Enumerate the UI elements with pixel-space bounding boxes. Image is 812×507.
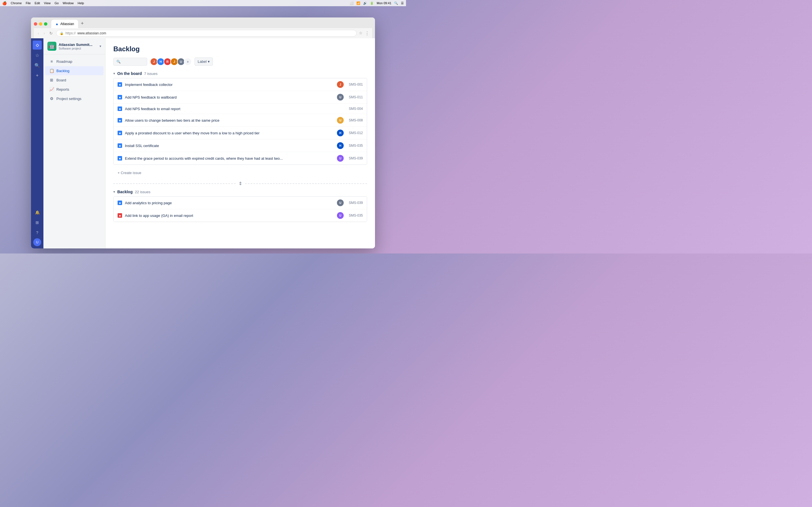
issue-assignee: J bbox=[337, 81, 344, 88]
atlassian-home-icon[interactable]: ◇ bbox=[33, 41, 42, 50]
url-bar[interactable]: 🔒 https:// www.atlassian.com bbox=[56, 30, 357, 37]
app-layout: ◇ ☆ 🔍 + 🔔 ⊞ ? U 🤖 Atlassian Summit... So… bbox=[31, 38, 375, 248]
issue-right: U SMS-039 bbox=[337, 155, 363, 162]
nav-label-reports: Reports bbox=[56, 87, 69, 92]
table-row[interactable]: ■ Allow users to change between two tier… bbox=[114, 114, 367, 127]
starred-icon[interactable]: ☆ bbox=[33, 51, 42, 60]
table-row[interactable]: ■ Implement feedback collector J SMS-001 bbox=[114, 78, 367, 91]
issue-assignee: U bbox=[337, 200, 344, 206]
menu-go[interactable]: Go bbox=[54, 1, 59, 5]
table-row[interactable]: ■ Add analytics to pricing page U SMS-03… bbox=[114, 196, 367, 209]
table-row[interactable]: ■ Apply a prorated discount to a user wh… bbox=[114, 127, 367, 139]
new-tab-button[interactable]: + bbox=[79, 20, 86, 26]
issue-id: SMS-001 bbox=[346, 82, 363, 87]
volume-icon: 🔊 bbox=[363, 1, 367, 5]
on-the-board-chevron-icon: ▾ bbox=[113, 71, 115, 75]
search-box-icon: 🔍 bbox=[116, 60, 121, 64]
table-row[interactable]: ■ Install SSL certificate H SMS-035 bbox=[114, 139, 367, 152]
apps-icon[interactable]: ⊞ bbox=[33, 218, 42, 227]
backlog-issues-list: ■ Add analytics to pricing page U SMS-03… bbox=[113, 196, 367, 222]
issue-title: Implement feedback collector bbox=[125, 82, 334, 87]
menu-help[interactable]: Help bbox=[78, 1, 84, 5]
label-filter-button[interactable]: Label ▾ bbox=[195, 57, 213, 66]
menu-edit[interactable]: Edit bbox=[35, 1, 40, 5]
tab-bar: ▲ Atlassian + bbox=[34, 20, 372, 28]
issue-id: SMS-012 bbox=[346, 131, 363, 135]
project-name: Atlassian Summit... bbox=[59, 43, 93, 47]
table-row[interactable]: ■ Extend the grace period to accounts wi… bbox=[114, 152, 367, 165]
project-nav: ≡ Roadmap 📋 Backlog ⊞ Board 📈 Reports ⚙ bbox=[43, 54, 105, 106]
screen-icon: ⬜ bbox=[350, 1, 354, 5]
issue-type-icon: ■ bbox=[117, 156, 122, 161]
issue-title: Apply a prorated discount to a user when… bbox=[125, 131, 334, 135]
search-box[interactable]: 🔍 bbox=[113, 58, 147, 66]
issue-type-icon: ■ bbox=[117, 82, 122, 87]
more-options-icon[interactable]: ⋮ bbox=[365, 31, 369, 36]
nav-item-reports[interactable]: 📈 Reports bbox=[45, 85, 103, 94]
issue-assignee: H bbox=[337, 142, 344, 149]
table-row[interactable]: ■ Add NPS feedback to email report SMS-0… bbox=[114, 104, 367, 114]
close-button[interactable] bbox=[34, 22, 37, 25]
issue-title: Extend the grace period to accounts with… bbox=[125, 156, 334, 161]
back-button[interactable]: ‹ bbox=[37, 31, 40, 36]
tab-favicon: ▲ bbox=[55, 22, 59, 26]
maximize-button[interactable] bbox=[44, 22, 47, 25]
roadmap-icon: ≡ bbox=[49, 59, 54, 64]
address-bar: ‹ › ↻ 🔒 https:// www.atlassian.com ☆ ⋮ bbox=[34, 28, 372, 38]
issue-type-icon: ■ bbox=[117, 213, 122, 218]
create-issue-label: + Create issue bbox=[117, 171, 141, 175]
label-filter-text: Label bbox=[198, 59, 207, 64]
table-row[interactable]: ■ Add NPS feedback to wallboard U SMS-01… bbox=[114, 91, 367, 104]
backlog-title: Backlog bbox=[117, 189, 133, 194]
divider-drag-icon[interactable]: ⇕ bbox=[239, 181, 242, 186]
menu-chrome[interactable]: Chrome bbox=[11, 1, 22, 5]
menu-view[interactable]: View bbox=[44, 1, 51, 5]
issue-title: Add NPS feedback to email report bbox=[125, 107, 343, 111]
url-domain: www.atlassian.com bbox=[77, 31, 106, 35]
create-issue-row[interactable]: + Create issue bbox=[113, 168, 367, 177]
nav-item-board[interactable]: ⊞ Board bbox=[45, 75, 103, 84]
list-icon[interactable]: ☰ bbox=[401, 1, 404, 5]
on-the-board-header[interactable]: ▾ On the board 7 issues bbox=[113, 71, 367, 76]
address-bar-actions: ☆ ⋮ bbox=[359, 31, 369, 36]
project-header[interactable]: 🤖 Atlassian Summit... Software project ▾ bbox=[43, 38, 105, 54]
browser-tab[interactable]: ▲ Atlassian bbox=[51, 20, 78, 28]
issue-type-icon: ■ bbox=[117, 95, 122, 100]
apple-menu[interactable]: 🍎 bbox=[2, 1, 7, 5]
nav-item-roadmap[interactable]: ≡ Roadmap bbox=[45, 57, 103, 66]
help-icon[interactable]: ? bbox=[33, 228, 42, 237]
reload-button[interactable]: ↻ bbox=[48, 31, 54, 36]
create-icon[interactable]: + bbox=[33, 71, 42, 80]
filter-bar: 🔍 J H R J U + Label ▾ bbox=[113, 57, 367, 66]
issue-title: Add link to app usage (GA) in email repo… bbox=[125, 214, 334, 218]
url-protocol: https:// bbox=[65, 31, 75, 35]
menu-file[interactable]: File bbox=[26, 1, 31, 5]
backlog-section-header[interactable]: ▾ Backlog 22 issues bbox=[113, 189, 367, 194]
issue-assignee: U bbox=[337, 117, 344, 124]
notifications-icon[interactable]: 🔔 bbox=[33, 208, 42, 217]
user-avatar-sidebar[interactable]: U bbox=[33, 238, 41, 246]
nav-label-backlog: Backlog bbox=[56, 69, 69, 73]
minimize-button[interactable] bbox=[39, 22, 42, 25]
menu-window[interactable]: Window bbox=[63, 1, 73, 5]
forward-button[interactable]: › bbox=[43, 31, 46, 36]
nav-item-settings[interactable]: ⚙ Project settings bbox=[45, 94, 103, 103]
board-icon: ⊞ bbox=[49, 78, 54, 82]
settings-icon: ⚙ bbox=[49, 96, 54, 101]
table-row[interactable]: ■ Add link to app usage (GA) in email re… bbox=[114, 209, 367, 222]
search-menubar-icon[interactable]: 🔍 bbox=[394, 1, 398, 5]
tab-title: Atlassian bbox=[60, 22, 74, 26]
reports-icon: 📈 bbox=[49, 87, 54, 92]
issue-right: U SMS-035 bbox=[337, 212, 363, 219]
search-sidebar-icon[interactable]: 🔍 bbox=[33, 61, 42, 70]
issue-id: SMS-039 bbox=[346, 201, 363, 205]
on-the-board-count: 7 issues bbox=[144, 71, 158, 76]
bookmark-icon[interactable]: ☆ bbox=[359, 31, 363, 36]
issue-type-icon: ■ bbox=[117, 118, 122, 122]
project-avatar: 🤖 bbox=[47, 42, 56, 51]
issue-right: U SMS-008 bbox=[337, 117, 363, 124]
avatar-more-button[interactable]: + bbox=[184, 58, 192, 66]
nav-item-backlog[interactable]: 📋 Backlog bbox=[45, 66, 103, 75]
project-chevron-icon[interactable]: ▾ bbox=[100, 44, 101, 48]
project-sidebar: 🤖 Atlassian Summit... Software project ▾… bbox=[43, 38, 105, 248]
